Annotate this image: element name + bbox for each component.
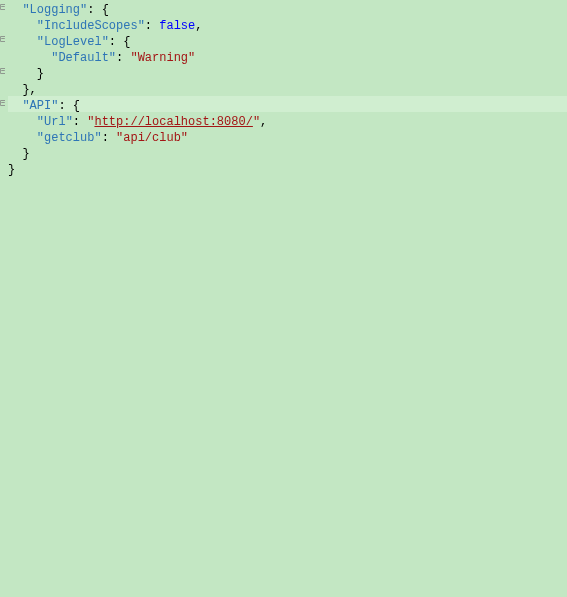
json-key: API xyxy=(30,99,52,113)
outline-glyph[interactable]: ⊟ xyxy=(0,64,5,80)
brace-open: { xyxy=(123,35,130,49)
code-line[interactable]: } xyxy=(8,64,567,80)
code-line[interactable]: "LogLevel": { xyxy=(8,32,567,48)
indent xyxy=(8,67,37,81)
brace-close: } xyxy=(22,83,29,97)
json-string-quote: " xyxy=(181,131,188,145)
code-line[interactable]: "Url": "http://localhost:8080/", xyxy=(8,112,567,128)
json-key-quote: " xyxy=(37,115,44,129)
indent xyxy=(8,115,37,129)
code-line[interactable]: "getclub": "api/club" xyxy=(8,128,567,144)
url-link[interactable]: http://localhost:8080/ xyxy=(94,115,252,129)
indent xyxy=(8,51,51,65)
code-line[interactable]: } xyxy=(8,160,567,176)
colon: : xyxy=(116,51,130,65)
json-key: Default xyxy=(58,51,108,65)
brace-close: } xyxy=(22,147,29,161)
json-key: Url xyxy=(44,115,66,129)
json-key: getclub xyxy=(44,131,94,145)
code-editor[interactable]: ⊟ ⊟ ⊟ ⊟ "Logging": { "IncludeScopes": fa… xyxy=(0,0,567,597)
json-key-quote: " xyxy=(37,19,44,33)
json-key-quote: " xyxy=(94,131,101,145)
outline-glyph[interactable]: ⊟ xyxy=(0,0,5,16)
json-key-quote: " xyxy=(22,3,29,17)
brace-open: { xyxy=(102,3,109,17)
code-line[interactable]: "Logging": { xyxy=(8,0,567,16)
json-key-quote: " xyxy=(109,51,116,65)
outline-glyph[interactable]: ⊟ xyxy=(0,96,5,112)
colon: : xyxy=(87,3,101,17)
colon: : xyxy=(73,115,87,129)
indent xyxy=(8,83,22,97)
json-key-quote: " xyxy=(138,19,145,33)
json-key-quote: " xyxy=(66,115,73,129)
indent xyxy=(8,99,22,113)
indent xyxy=(8,131,37,145)
colon: : xyxy=(58,99,72,113)
comma: , xyxy=(260,115,267,129)
json-key-quote: " xyxy=(102,35,109,49)
json-key: IncludeScopes xyxy=(44,19,138,33)
outline-gutter: ⊟ ⊟ ⊟ ⊟ xyxy=(0,0,5,597)
indent xyxy=(8,35,37,49)
indent xyxy=(8,3,22,17)
json-key: Logging xyxy=(30,3,80,17)
comma: , xyxy=(195,19,202,33)
json-key-quote: " xyxy=(37,35,44,49)
brace-close: } xyxy=(37,67,44,81)
code-line[interactable]: "IncludeScopes": false, xyxy=(8,16,567,32)
code-line[interactable]: "Default": "Warning" xyxy=(8,48,567,64)
code-line[interactable]: } xyxy=(8,144,567,160)
code-line[interactable]: }, xyxy=(8,80,567,96)
colon: : xyxy=(102,131,116,145)
brace-open: { xyxy=(73,99,80,113)
brace-close: } xyxy=(8,163,15,177)
colon: : xyxy=(145,19,159,33)
indent xyxy=(8,19,37,33)
json-key-quote: " xyxy=(22,99,29,113)
json-string-quote: " xyxy=(253,115,260,129)
colon: : xyxy=(109,35,123,49)
code-line-current[interactable]: "API": { xyxy=(8,96,567,112)
json-string-quote: " xyxy=(188,51,195,65)
indent xyxy=(8,147,22,161)
code-area[interactable]: "Logging": { "IncludeScopes": false, "Lo… xyxy=(8,0,567,176)
json-bool: false xyxy=(159,19,195,33)
json-string-quote: " xyxy=(130,51,137,65)
outline-glyph[interactable]: ⊟ xyxy=(0,32,5,48)
comma: , xyxy=(30,83,37,97)
json-string: api/club xyxy=(123,131,181,145)
json-string: Warning xyxy=(138,51,188,65)
json-key-quote: " xyxy=(37,131,44,145)
json-key: LogLevel xyxy=(44,35,102,49)
